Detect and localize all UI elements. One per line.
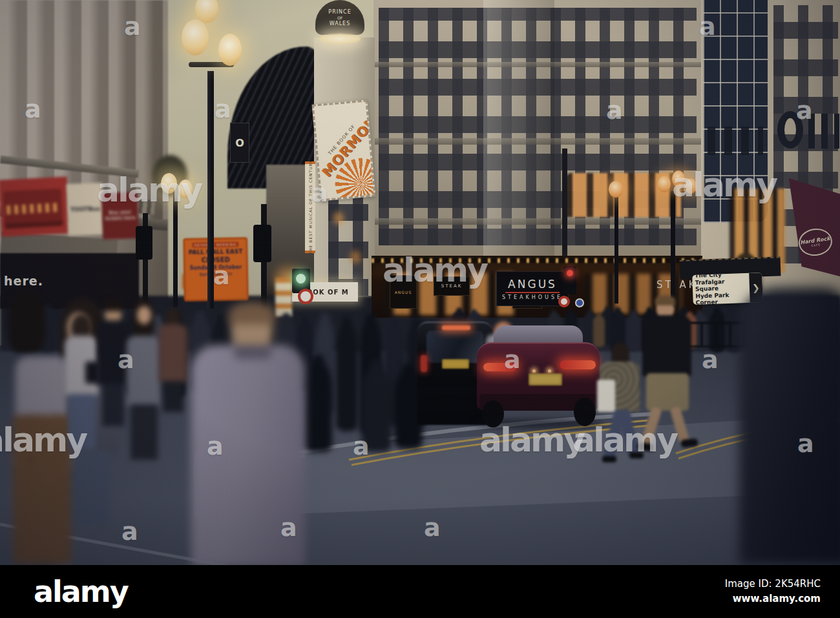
alamy-watermark-mark: a [280, 515, 297, 540]
alamy-watermark-logo: alamy [97, 173, 201, 207]
image-id: Image ID: 2K54RHC [725, 577, 821, 592]
alamy-watermark-mark: a [213, 263, 230, 288]
alamy-watermark-logo: alamy [672, 168, 776, 201]
alamy-logo: alamy [34, 574, 128, 609]
alamy-watermark-mark: a [118, 347, 134, 372]
alamy-watermark-mark: a [25, 97, 41, 121]
street-photo: TOOTBus Buy your tickets here here. O PR… [0, 0, 840, 565]
alamy-watermark-mark: a [124, 14, 141, 39]
alamy-watermark-mark: a [797, 431, 814, 456]
alamy-watermark-mark: a [121, 519, 138, 544]
watermark-layer: alamyalamyalamyalamyalamyalamyaaaaaaaaaa… [0, 0, 840, 565]
alamy-watermark-mark: a [606, 98, 623, 123]
alamy-watermark-logo: alamy [479, 423, 583, 457]
alamy-watermark-mark: a [796, 98, 813, 123]
alamy-watermark-mark: a [424, 515, 441, 540]
alamy-watermark-mark: a [353, 434, 370, 458]
alamy-watermark-mark: a [699, 14, 716, 39]
alamy-watermark-logo: alamy [0, 423, 86, 457]
alamy-watermark-logo: alamy [572, 423, 677, 457]
alamy-watermark-mark: a [215, 97, 231, 121]
alamy-watermark-mark: a [504, 347, 521, 372]
alamy-watermark-mark: a [702, 347, 719, 372]
alamy-watermark-logo: alamy [383, 253, 487, 287]
alamy-footer: alamy Image ID: 2K54RHC www.alamy.com [0, 565, 840, 618]
alamy-website: www.alamy.com [725, 592, 821, 606]
alamy-watermark-mark: a [207, 434, 224, 458]
alamy-watermark-mark: a [311, 181, 328, 205]
alamy-stock-photo-page: TOOTBus Buy your tickets here here. O PR… [0, 0, 840, 618]
